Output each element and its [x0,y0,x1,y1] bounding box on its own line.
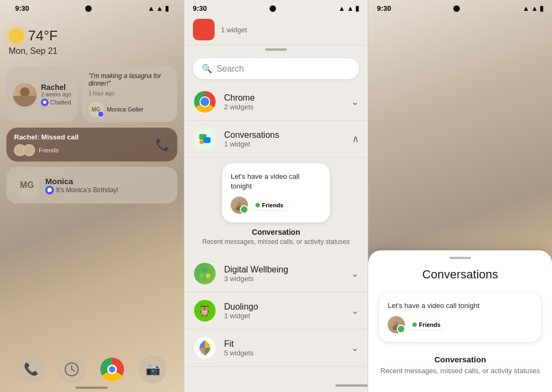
monica-row: MG Monica Geller [88,102,171,117]
conversations-count: 1 widget [224,140,353,148]
svg-line-2 [72,369,74,371]
phone3-conversation-detail: 9:30 ▲ ▲ ▮ Conversations Let's have a vi… [368,0,552,392]
svg-rect-5 [203,137,211,143]
battery-icon: ▮ [165,4,169,12]
sheet-widget-person: Friends [388,316,533,333]
search-bar[interactable]: 🔍 Search [193,58,360,79]
monica-avatar-large: MG [14,172,40,198]
chat-badge: Chatted [41,99,71,106]
signal-icon: ▲ [148,4,155,12]
duo-text: Duolingo 1 widget [224,302,351,320]
monica-bday-sub: It's Monica's Birthday! [45,186,119,194]
drag-handle[interactable] [265,48,287,51]
widget-desc-title: Conversation [202,228,349,236]
dw-expand-icon: ⌄ [351,268,359,279]
duo-list-item[interactable]: 🦉 Duolingo 1 widget ⌄ [184,292,368,330]
dw-icon-wrap [193,262,217,285]
sheet-widget-message: Let's have a video call tonight [388,301,533,311]
rachel-card[interactable]: Rachel 2 weeks ago Chatted [6,67,78,122]
chrome-name: Chrome [224,93,351,103]
bottom-sheet: Conversations Let's have a video call to… [368,250,552,392]
status-icons: ▲ ▲ ▮ [148,4,169,12]
fit-list-item[interactable]: Fit 5 widgets ⌄ [184,330,368,367]
svg-point-8 [236,206,243,211]
missed-left: Rachel: Missed call Friends [14,133,79,156]
svg-point-13 [394,321,398,326]
card-row-1: Rachel 2 weeks ago Chatted "I'm making a… [6,67,177,122]
status-time-3: 9:30 [377,4,391,12]
bday-info: Monica It's Monica's Birthday! [45,177,119,194]
rachel-avatar [13,83,37,107]
svg-point-11 [199,274,204,278]
sheet-widget-desc: Conversation Recent messages, missed cal… [379,355,541,376]
messenger-icon-2 [45,186,54,194]
monica-message-text: "I'm making a lasagna for dinner!" [88,72,171,87]
dw-icon [194,263,216,284]
fit-text: Fit 5 widgets [224,339,351,357]
conversations-list-item[interactable]: Conversations 1 widget ∧ [184,121,368,158]
chrome-icon-circle [100,358,124,381]
dw-list-item[interactable]: Digital Wellbeing 3 widgets ⌄ [184,255,368,292]
fit-icon-wrap [193,336,217,360]
signal-icon-2: ▲ [339,4,346,12]
sun-icon [9,29,24,44]
rachel-name: Rachel [41,83,71,92]
sheet-person-avatar [388,316,405,333]
home-indicator-2 [335,384,368,387]
fit-expand-icon: ⌄ [351,342,359,354]
rachel-sub: 2 weeks ago [41,92,71,97]
app-list: Chrome 2 widgets ⌄ [184,83,368,386]
home-indicator [75,387,108,389]
dw-count: 3 widgets [224,275,351,283]
top-app-icon [193,19,215,40]
dock-phone-icon[interactable]: 📞 [17,355,45,383]
weather-widget: 74°F Mon, Sep 21 [6,27,177,56]
duo-name: Duolingo [224,302,351,312]
widget-preview-area: Let's have a video call tonight Friends … [184,158,368,255]
widget-card-preview[interactable]: Let's have a video call tonight Friends [222,163,330,222]
widget-desc-sub: Recent messages, missed calls, or activi… [202,237,349,247]
search-bar-container: 🔍 Search [184,54,368,83]
wifi-icon: ▲ [156,4,163,12]
dock-camera-icon[interactable]: 📷 [139,355,167,383]
monica-bday-card[interactable]: MG Monica It's Monica's Birthday! [6,167,177,204]
search-input[interactable]: Search [217,64,351,74]
sheet-handle[interactable] [450,257,471,259]
sheet-friends-badge: Friends [408,320,445,330]
missed-friends: Friends [14,144,79,156]
duo-icon-wrap: 🦉 [193,299,217,323]
status-time: 9:30 [15,4,29,12]
dock-clock-icon[interactable] [58,355,86,383]
dock-chrome-icon[interactable] [98,355,126,383]
widget-card-message: Let's have a video call tonight [231,172,321,191]
chrome-list-item[interactable]: Chrome 2 widgets ⌄ [184,83,368,121]
fit-count: 5 widgets [224,349,351,357]
widget-description: Conversation Recent messages, missed cal… [202,228,349,247]
chrome-count: 2 widgets [224,103,351,111]
sheet-title: Conversations [379,268,541,282]
conversation-cards: Rachel 2 weeks ago Chatted "I'm making a… [6,67,177,204]
monica-message-card[interactable]: "I'm making a lasagna for dinner!" 1 hou… [82,67,177,122]
top-partial-item: 1 widget [184,15,368,45]
search-icon: 🔍 [202,64,212,74]
rachel-chatted: Chatted [50,99,71,106]
monica-name: Monica Geller [107,106,143,113]
status-bar-3: 9:30 ▲ ▲ ▮ [368,0,552,15]
sheet-widget-card[interactable]: Let's have a video call tonight Friends [379,292,541,342]
chrome-expand-icon: ⌄ [351,96,359,108]
sheet-desc-sub: Recent messages, missed calls, or activi… [379,366,541,376]
conversations-icon-wrap [193,127,217,151]
top-app-text: 1 widget [221,26,360,34]
messenger-icon [41,99,49,106]
top-widget-count: 1 widget [221,26,360,34]
camera-dot-3 [453,5,460,12]
conversations-name: Conversations [224,130,353,140]
battery-icon-2: ▮ [355,4,359,12]
sheet-desc-title: Conversation [379,355,541,364]
status-icons-3: ▲ ▲ ▮ [522,4,543,12]
friends-badge-label: Friends [262,202,284,208]
chrome-text: Chrome 2 widgets [224,93,351,111]
missed-call-card[interactable]: Rachel: Missed call Friends 📞 [6,128,177,162]
widget-card-person: Friends [231,197,321,214]
wifi-icon-2: ▲ [347,4,354,12]
